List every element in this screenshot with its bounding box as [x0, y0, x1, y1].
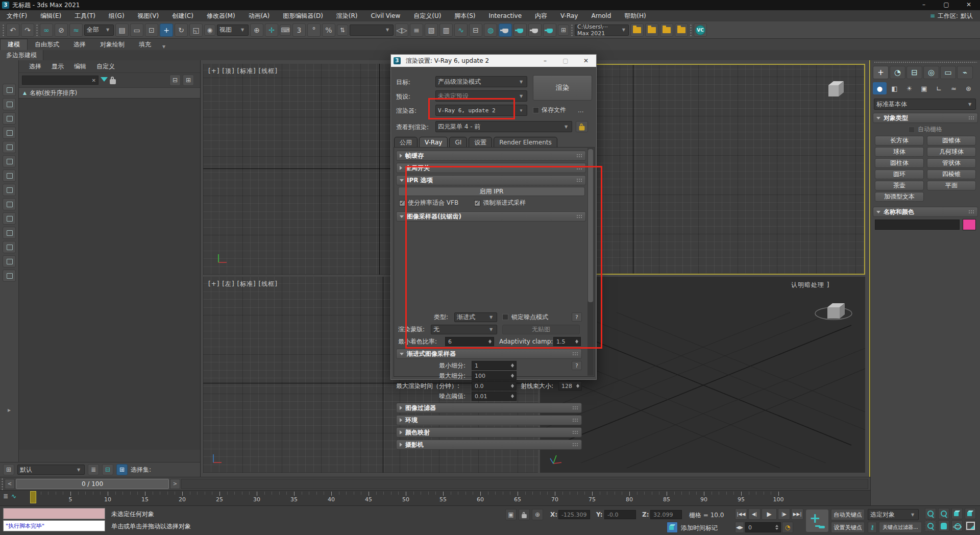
window-crossing-icon[interactable]: ⊡: [145, 23, 158, 37]
clear-search-icon[interactable]: ✕: [92, 78, 96, 83]
primitive-button[interactable]: 圆锥体: [927, 136, 976, 145]
min-subdivs-field[interactable]: 1: [472, 361, 517, 370]
spinner-snap-icon[interactable]: ⇅: [337, 25, 348, 36]
explorer-column-header[interactable]: ▲ 名称(按升序排序): [19, 87, 200, 99]
previous-frame-icon[interactable]: <: [5, 479, 15, 489]
view-to-render-dropdown[interactable]: 四元菜单 4 - 前▼: [435, 121, 572, 132]
tab-settings[interactable]: 设置: [469, 137, 492, 148]
select-manipulate-icon[interactable]: ✢: [265, 23, 278, 37]
next-frame-icon[interactable]: >: [170, 479, 180, 489]
open-folder-icon[interactable]: [645, 23, 658, 37]
dope-sheet-icon[interactable]: ∿: [11, 493, 16, 500]
isolate-selection-icon[interactable]: ▣: [505, 509, 517, 520]
cameras-category-icon[interactable]: ▣: [917, 82, 931, 94]
project-structure-icon[interactable]: [675, 23, 688, 37]
zoom-region-icon[interactable]: [925, 520, 936, 531]
display-toggle-icon[interactable]: ⊟: [102, 464, 113, 475]
scene-explorer-menu-item[interactable]: 显示: [47, 62, 68, 71]
snap-toggle-3d-icon[interactable]: 3: [292, 23, 306, 37]
preset-dropdown-dialog[interactable]: 未选定预设▼: [435, 90, 527, 102]
named-selection-dropdown[interactable]: ▼: [350, 25, 394, 36]
sidebar-tool-icon[interactable]: [3, 270, 16, 282]
zoom-extents-all-icon[interactable]: [965, 508, 976, 519]
render-button[interactable]: 渲染: [533, 75, 592, 101]
zoom-all-icon[interactable]: [938, 508, 949, 519]
save-file-checkbox[interactable]: [533, 107, 539, 113]
shapes-category-icon[interactable]: ◧: [888, 82, 901, 94]
menu-item[interactable]: 工具(T): [68, 10, 102, 21]
menu-item[interactable]: 组(G): [102, 10, 131, 21]
project-folder-dropdown[interactable]: C:\Users\··· Max 2021▼: [575, 25, 629, 36]
key-mode-toggle-icon[interactable]: ◀▶: [735, 522, 744, 533]
dialog-title-bar[interactable]: 3 渲染设置: V-Ray 6, update 2 – ▢ ✕: [391, 55, 596, 67]
preset-dropdown[interactable]: 默认▼: [17, 465, 85, 475]
render-setup-icon[interactable]: [499, 23, 512, 37]
close-button[interactable]: ✕: [958, 0, 980, 10]
adaptivity-clamp-field[interactable]: 1.5: [553, 337, 581, 346]
angle-snap-icon[interactable]: °: [307, 23, 321, 37]
help-button[interactable]: ?: [572, 312, 582, 322]
maxscript-mini-listener-input[interactable]: [3, 508, 105, 519]
dialog-minimize-icon[interactable]: –: [535, 57, 555, 64]
maximize-button[interactable]: ▢: [935, 0, 958, 10]
scene-explorer-menu-item[interactable]: 自定义: [92, 62, 119, 71]
isolate-icon[interactable]: ≣: [88, 464, 99, 475]
pan-icon[interactable]: [938, 520, 949, 531]
sidebar-tool-icon[interactable]: [3, 255, 16, 268]
y-coordinate-field[interactable]: -0.0: [604, 510, 636, 519]
selected-objects-dropdown[interactable]: 选定对象▼: [868, 509, 919, 520]
primitive-button[interactable]: 管状体: [927, 158, 976, 168]
scene-explorer-list[interactable]: [19, 99, 200, 450]
set-keys-button[interactable]: [805, 509, 829, 532]
reference-coordinate-dropdown[interactable]: 视图▼: [217, 25, 249, 36]
render-mask-dropdown[interactable]: 无▼: [431, 325, 497, 334]
dialog-scrollbar[interactable]: [587, 148, 594, 376]
slider-grip[interactable]: [1, 478, 4, 490]
dialog-close-icon[interactable]: ✕: [576, 57, 596, 64]
sidebar-tool-icon[interactable]: [3, 212, 16, 225]
menu-item[interactable]: Civil View: [364, 10, 407, 21]
next-key-icon[interactable]: |▶: [778, 508, 790, 520]
scene-explorer-menu-item[interactable]: 编辑: [70, 62, 90, 71]
explorer-lock-icon[interactable]: [110, 79, 116, 84]
environment-rollout[interactable]: 环境: [396, 415, 582, 425]
select-and-rotate-icon[interactable]: ↻: [175, 23, 188, 37]
sidebar-tool-icon[interactable]: [3, 227, 16, 239]
toolbar-grip[interactable]: [2, 24, 5, 36]
scene-explorer-search-input[interactable]: ✕: [22, 76, 99, 85]
menu-item[interactable]: 自定义(U): [407, 10, 448, 21]
track-bar[interactable]: ≣ ∿ 051015202530354045505560657075808590…: [0, 490, 870, 505]
geometry-category-icon[interactable]: ●: [873, 82, 887, 94]
new-scene-folder-icon[interactable]: [630, 23, 644, 37]
modify-tab-icon[interactable]: ◔: [890, 66, 905, 79]
zoom-extents-icon[interactable]: [951, 508, 963, 519]
lights-category-icon[interactable]: ☀: [902, 82, 916, 94]
filter-funnel-icon[interactable]: [101, 77, 108, 82]
key-filters-button[interactable]: 关键点过滤器...: [879, 522, 922, 533]
maxscript-mini-listener-output[interactable]: "执行脚本完毕": [3, 520, 105, 531]
tab-common[interactable]: 公用: [394, 137, 418, 148]
sidebar-tool-icon[interactable]: [3, 84, 16, 96]
autogrid-checkbox[interactable]: [909, 127, 915, 133]
systems-category-icon[interactable]: ⊛: [962, 82, 975, 94]
sidebar-tool-icon[interactable]: [3, 155, 16, 167]
primitive-button[interactable]: 几何球体: [927, 147, 976, 157]
auto-key-button[interactable]: 自动关键点: [831, 509, 865, 520]
zoom-icon[interactable]: [925, 508, 936, 519]
primitive-button[interactable]: 茶壶: [875, 181, 924, 190]
menu-item[interactable]: 编辑(E): [34, 10, 68, 21]
create-tab-icon[interactable]: +: [873, 66, 889, 79]
menu-item[interactable]: 文件(F): [0, 10, 34, 21]
help-button[interactable]: ?: [572, 361, 582, 370]
ray-bundle-field[interactable]: 128: [558, 381, 582, 391]
object-type-rollout-header[interactable]: 对象类型: [873, 113, 978, 123]
target-dropdown[interactable]: 产品级渲染模式▼: [435, 76, 527, 87]
viewport-left-label[interactable]: [+] [左] [标准] [线框]: [208, 280, 278, 288]
fit-resolution-vfb-checkbox[interactable]: [399, 200, 405, 206]
hierarchy-tab-icon[interactable]: ⊟: [906, 66, 922, 79]
unlink-icon[interactable]: ⊘: [55, 23, 68, 37]
tab-render-elements[interactable]: Render Elements: [494, 137, 557, 148]
select-link-icon[interactable]: ∞: [40, 23, 53, 37]
global-switches-rollout[interactable]: 全局开关: [396, 163, 586, 173]
ribbon-tab-freeform[interactable]: 自由形式: [28, 39, 66, 50]
